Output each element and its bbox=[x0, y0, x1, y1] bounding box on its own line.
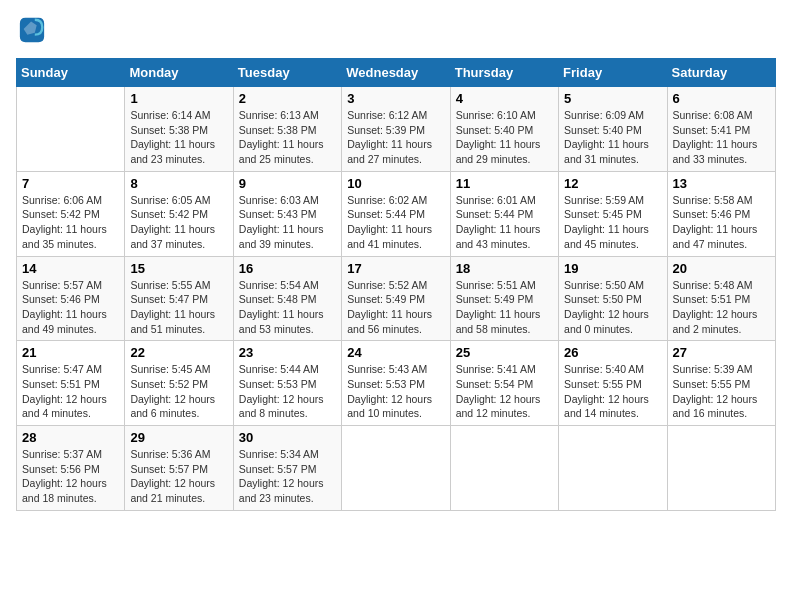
cell-info: Sunrise: 6:12 AMSunset: 5:39 PMDaylight:… bbox=[347, 108, 444, 167]
day-number: 28 bbox=[22, 430, 119, 445]
calendar-cell: 15Sunrise: 5:55 AMSunset: 5:47 PMDayligh… bbox=[125, 256, 233, 341]
cell-info: Sunrise: 5:47 AMSunset: 5:51 PMDaylight:… bbox=[22, 362, 119, 421]
day-number: 11 bbox=[456, 176, 553, 191]
page-header bbox=[16, 16, 776, 48]
calendar-cell: 6Sunrise: 6:08 AMSunset: 5:41 PMDaylight… bbox=[667, 87, 775, 172]
day-of-week-header: Tuesday bbox=[233, 59, 341, 87]
calendar-week-row: 28Sunrise: 5:37 AMSunset: 5:56 PMDayligh… bbox=[17, 426, 776, 511]
day-number: 22 bbox=[130, 345, 227, 360]
cell-info: Sunrise: 6:05 AMSunset: 5:42 PMDaylight:… bbox=[130, 193, 227, 252]
calendar-week-row: 14Sunrise: 5:57 AMSunset: 5:46 PMDayligh… bbox=[17, 256, 776, 341]
day-number: 17 bbox=[347, 261, 444, 276]
calendar-cell bbox=[667, 426, 775, 511]
day-number: 26 bbox=[564, 345, 661, 360]
cell-info: Sunrise: 6:02 AMSunset: 5:44 PMDaylight:… bbox=[347, 193, 444, 252]
day-of-week-header: Wednesday bbox=[342, 59, 450, 87]
calendar-cell: 21Sunrise: 5:47 AMSunset: 5:51 PMDayligh… bbox=[17, 341, 125, 426]
day-number: 23 bbox=[239, 345, 336, 360]
calendar-cell bbox=[559, 426, 667, 511]
calendar-week-row: 21Sunrise: 5:47 AMSunset: 5:51 PMDayligh… bbox=[17, 341, 776, 426]
day-number: 4 bbox=[456, 91, 553, 106]
calendar-cell: 3Sunrise: 6:12 AMSunset: 5:39 PMDaylight… bbox=[342, 87, 450, 172]
cell-info: Sunrise: 5:39 AMSunset: 5:55 PMDaylight:… bbox=[673, 362, 770, 421]
day-number: 3 bbox=[347, 91, 444, 106]
calendar-cell: 27Sunrise: 5:39 AMSunset: 5:55 PMDayligh… bbox=[667, 341, 775, 426]
calendar-cell: 10Sunrise: 6:02 AMSunset: 5:44 PMDayligh… bbox=[342, 171, 450, 256]
cell-info: Sunrise: 5:52 AMSunset: 5:49 PMDaylight:… bbox=[347, 278, 444, 337]
day-number: 14 bbox=[22, 261, 119, 276]
day-number: 7 bbox=[22, 176, 119, 191]
day-number: 8 bbox=[130, 176, 227, 191]
calendar-cell: 23Sunrise: 5:44 AMSunset: 5:53 PMDayligh… bbox=[233, 341, 341, 426]
calendar-cell: 1Sunrise: 6:14 AMSunset: 5:38 PMDaylight… bbox=[125, 87, 233, 172]
calendar-cell: 11Sunrise: 6:01 AMSunset: 5:44 PMDayligh… bbox=[450, 171, 558, 256]
calendar-cell: 2Sunrise: 6:13 AMSunset: 5:38 PMDaylight… bbox=[233, 87, 341, 172]
cell-info: Sunrise: 6:09 AMSunset: 5:40 PMDaylight:… bbox=[564, 108, 661, 167]
cell-info: Sunrise: 5:48 AMSunset: 5:51 PMDaylight:… bbox=[673, 278, 770, 337]
day-number: 25 bbox=[456, 345, 553, 360]
cell-info: Sunrise: 6:08 AMSunset: 5:41 PMDaylight:… bbox=[673, 108, 770, 167]
day-number: 13 bbox=[673, 176, 770, 191]
cell-info: Sunrise: 5:50 AMSunset: 5:50 PMDaylight:… bbox=[564, 278, 661, 337]
cell-info: Sunrise: 5:34 AMSunset: 5:57 PMDaylight:… bbox=[239, 447, 336, 506]
cell-info: Sunrise: 6:03 AMSunset: 5:43 PMDaylight:… bbox=[239, 193, 336, 252]
cell-info: Sunrise: 5:57 AMSunset: 5:46 PMDaylight:… bbox=[22, 278, 119, 337]
calendar-cell: 8Sunrise: 6:05 AMSunset: 5:42 PMDaylight… bbox=[125, 171, 233, 256]
day-of-week-header: Friday bbox=[559, 59, 667, 87]
calendar-cell: 13Sunrise: 5:58 AMSunset: 5:46 PMDayligh… bbox=[667, 171, 775, 256]
cell-info: Sunrise: 5:59 AMSunset: 5:45 PMDaylight:… bbox=[564, 193, 661, 252]
calendar-cell: 9Sunrise: 6:03 AMSunset: 5:43 PMDaylight… bbox=[233, 171, 341, 256]
cell-info: Sunrise: 5:58 AMSunset: 5:46 PMDaylight:… bbox=[673, 193, 770, 252]
calendar-cell: 16Sunrise: 5:54 AMSunset: 5:48 PMDayligh… bbox=[233, 256, 341, 341]
calendar-cell: 25Sunrise: 5:41 AMSunset: 5:54 PMDayligh… bbox=[450, 341, 558, 426]
calendar-cell: 20Sunrise: 5:48 AMSunset: 5:51 PMDayligh… bbox=[667, 256, 775, 341]
day-number: 20 bbox=[673, 261, 770, 276]
day-number: 6 bbox=[673, 91, 770, 106]
calendar-cell bbox=[450, 426, 558, 511]
calendar-table: SundayMondayTuesdayWednesdayThursdayFrid… bbox=[16, 58, 776, 511]
day-number: 24 bbox=[347, 345, 444, 360]
calendar-cell: 29Sunrise: 5:36 AMSunset: 5:57 PMDayligh… bbox=[125, 426, 233, 511]
cell-info: Sunrise: 6:14 AMSunset: 5:38 PMDaylight:… bbox=[130, 108, 227, 167]
cell-info: Sunrise: 6:01 AMSunset: 5:44 PMDaylight:… bbox=[456, 193, 553, 252]
day-number: 19 bbox=[564, 261, 661, 276]
cell-info: Sunrise: 6:06 AMSunset: 5:42 PMDaylight:… bbox=[22, 193, 119, 252]
day-number: 18 bbox=[456, 261, 553, 276]
calendar-cell bbox=[17, 87, 125, 172]
day-number: 30 bbox=[239, 430, 336, 445]
calendar-cell: 14Sunrise: 5:57 AMSunset: 5:46 PMDayligh… bbox=[17, 256, 125, 341]
cell-info: Sunrise: 5:51 AMSunset: 5:49 PMDaylight:… bbox=[456, 278, 553, 337]
day-number: 29 bbox=[130, 430, 227, 445]
calendar-cell: 28Sunrise: 5:37 AMSunset: 5:56 PMDayligh… bbox=[17, 426, 125, 511]
calendar-cell: 19Sunrise: 5:50 AMSunset: 5:50 PMDayligh… bbox=[559, 256, 667, 341]
calendar-cell: 17Sunrise: 5:52 AMSunset: 5:49 PMDayligh… bbox=[342, 256, 450, 341]
calendar-cell: 22Sunrise: 5:45 AMSunset: 5:52 PMDayligh… bbox=[125, 341, 233, 426]
day-number: 12 bbox=[564, 176, 661, 191]
calendar-cell: 30Sunrise: 5:34 AMSunset: 5:57 PMDayligh… bbox=[233, 426, 341, 511]
logo bbox=[16, 16, 50, 48]
day-of-week-header: Sunday bbox=[17, 59, 125, 87]
cell-info: Sunrise: 6:10 AMSunset: 5:40 PMDaylight:… bbox=[456, 108, 553, 167]
calendar-week-row: 1Sunrise: 6:14 AMSunset: 5:38 PMDaylight… bbox=[17, 87, 776, 172]
cell-info: Sunrise: 5:54 AMSunset: 5:48 PMDaylight:… bbox=[239, 278, 336, 337]
cell-info: Sunrise: 5:36 AMSunset: 5:57 PMDaylight:… bbox=[130, 447, 227, 506]
day-number: 27 bbox=[673, 345, 770, 360]
cell-info: Sunrise: 5:37 AMSunset: 5:56 PMDaylight:… bbox=[22, 447, 119, 506]
day-number: 16 bbox=[239, 261, 336, 276]
cell-info: Sunrise: 5:40 AMSunset: 5:55 PMDaylight:… bbox=[564, 362, 661, 421]
calendar-cell bbox=[342, 426, 450, 511]
day-number: 21 bbox=[22, 345, 119, 360]
day-number: 5 bbox=[564, 91, 661, 106]
calendar-cell: 24Sunrise: 5:43 AMSunset: 5:53 PMDayligh… bbox=[342, 341, 450, 426]
day-number: 2 bbox=[239, 91, 336, 106]
day-number: 1 bbox=[130, 91, 227, 106]
calendar-cell: 5Sunrise: 6:09 AMSunset: 5:40 PMDaylight… bbox=[559, 87, 667, 172]
cell-info: Sunrise: 5:43 AMSunset: 5:53 PMDaylight:… bbox=[347, 362, 444, 421]
calendar-cell: 4Sunrise: 6:10 AMSunset: 5:40 PMDaylight… bbox=[450, 87, 558, 172]
calendar-cell: 7Sunrise: 6:06 AMSunset: 5:42 PMDaylight… bbox=[17, 171, 125, 256]
cell-info: Sunrise: 6:13 AMSunset: 5:38 PMDaylight:… bbox=[239, 108, 336, 167]
day-of-week-header: Monday bbox=[125, 59, 233, 87]
cell-info: Sunrise: 5:44 AMSunset: 5:53 PMDaylight:… bbox=[239, 362, 336, 421]
day-number: 10 bbox=[347, 176, 444, 191]
calendar-week-row: 7Sunrise: 6:06 AMSunset: 5:42 PMDaylight… bbox=[17, 171, 776, 256]
